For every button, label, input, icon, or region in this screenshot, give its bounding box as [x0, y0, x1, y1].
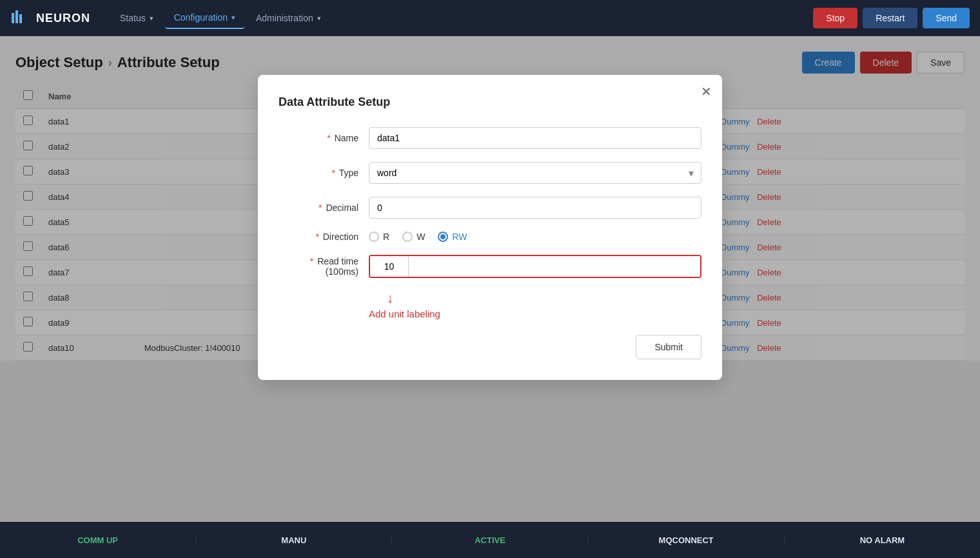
readtime-input[interactable]: [370, 256, 409, 277]
decimal-input[interactable]: [369, 197, 701, 219]
modal-title: Data Attribute Setup: [279, 95, 701, 109]
nav-status[interactable]: Status ▾: [111, 8, 162, 28]
radio-w-circle: [402, 232, 413, 242]
restart-button[interactable]: Restart: [863, 8, 917, 28]
radio-r-circle: [369, 232, 379, 242]
send-button[interactable]: Send: [923, 8, 970, 28]
chevron-down-icon: ▾: [231, 14, 235, 22]
readtime-label: * Read time (100ms): [279, 256, 369, 277]
decimal-field-group: * Decimal: [279, 197, 701, 219]
required-indicator: *: [318, 203, 322, 213]
readtime-wrapper: [369, 255, 701, 278]
app-name: NEURON: [36, 12, 90, 25]
status-mqconnect: MQCONNECT: [589, 535, 785, 545]
logo-icon: [10, 8, 31, 28]
type-field-group: * Type wordint16uint16int32uint32floatdo…: [279, 162, 701, 184]
type-select[interactable]: wordint16uint16int32uint32floatdoubleboo…: [369, 162, 701, 184]
add-unit-link[interactable]: Add unit labeling: [369, 308, 440, 319]
status-noalarm: NO ALARM: [785, 535, 980, 545]
submit-button[interactable]: Submit: [636, 335, 701, 359]
name-label: * Name: [279, 133, 369, 143]
name-field-group: * Name: [279, 127, 701, 149]
status-bar: COMM UP MANU ACTIVE MQCONNECT NO ALARM: [0, 522, 980, 558]
radio-rw[interactable]: RW: [438, 232, 467, 242]
required-indicator: *: [332, 168, 335, 178]
required-indicator: *: [310, 256, 313, 266]
type-select-wrapper: wordint16uint16int32uint32floatdoubleboo…: [369, 162, 701, 184]
arrow-down-icon: ↓: [387, 291, 393, 306]
chevron-down-icon: ▾: [317, 14, 321, 23]
modal-overlay: Data Attribute Setup ✕ * Name * Type wor…: [0, 36, 980, 522]
type-label: * Type: [279, 168, 369, 178]
topnav: NEURON Status ▾ Configuration ▾ Administ…: [0, 0, 980, 36]
required-indicator: *: [327, 133, 330, 143]
svg-rect-0: [12, 13, 14, 23]
radio-rw-circle: [438, 232, 448, 242]
status-active: ACTIVE: [392, 535, 588, 545]
nav-configuration[interactable]: Configuration ▾: [165, 7, 244, 29]
modal-close-button[interactable]: ✕: [701, 85, 712, 98]
readtime-extra-input[interactable]: [409, 256, 700, 277]
radio-r[interactable]: R: [369, 232, 389, 242]
direction-field-group: * Direction R W RW: [279, 232, 701, 242]
svg-rect-1: [15, 10, 18, 23]
decimal-label: * Decimal: [279, 203, 369, 213]
radio-w[interactable]: W: [402, 232, 425, 242]
svg-rect-2: [19, 14, 22, 23]
direction-radio-group: R W RW: [369, 232, 701, 242]
chevron-down-icon: ▾: [150, 14, 153, 23]
logo: NEURON: [10, 8, 90, 28]
add-unit-section: ↓ Add unit labeling: [279, 291, 701, 319]
required-indicator: *: [315, 232, 318, 242]
nav-administration[interactable]: Administration ▾: [247, 8, 330, 28]
stop-button[interactable]: Stop: [813, 8, 858, 28]
status-comm: COMM UP: [0, 535, 196, 545]
data-attribute-modal: Data Attribute Setup ✕ * Name * Type wor…: [258, 75, 722, 380]
name-input[interactable]: [369, 127, 701, 149]
direction-label: * Direction: [279, 232, 369, 242]
modal-footer: Submit: [279, 335, 701, 359]
readtime-field-group: * Read time (100ms): [279, 255, 701, 278]
nav-actions: Stop Restart Send: [813, 8, 970, 28]
status-manu: MANU: [196, 535, 392, 545]
nav-items: Status ▾ Configuration ▾ Administration …: [111, 7, 792, 29]
